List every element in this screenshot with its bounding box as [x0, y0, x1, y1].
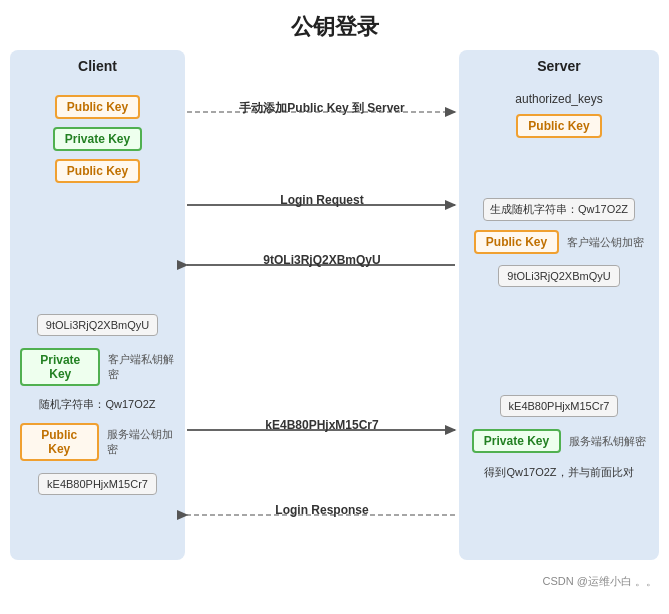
client-public-key-2: Public Key — [55, 159, 140, 183]
login-request-label: Login Request — [185, 190, 459, 208]
server-pubkey-encrypt-row: Public Key 客户端公钥加密 — [474, 227, 644, 257]
client-privkey-decrypt-row: Private Key 客户端私钥解密 — [20, 345, 175, 389]
server-compare-label: 得到Qw17O2Z，并与前面比对 — [484, 465, 633, 480]
server-encrypted-string2: kE4B80PHjxM15Cr7 — [500, 395, 619, 417]
client-public-key-3: Public Key — [20, 423, 99, 461]
client-decrypt-section: 9tOLi3RjQ2XBmQyU Private Key 客户端私钥解密 随机字… — [20, 311, 175, 498]
random-string-client: 随机字符串：Qw17O2Z — [39, 397, 155, 412]
step1-arrow-label: 手动添加Public Key 到 Server — [185, 98, 459, 117]
server-random-string: 生成随机字符串：Qw17O2Z — [483, 198, 635, 221]
client-content: Public Key Private Key Public Key — [20, 82, 175, 186]
client-panel: Client Public Key Private Key Public Key… — [10, 50, 185, 560]
server-panel-title: Server — [469, 58, 649, 74]
authorized-keys-label: authorized_keys — [515, 92, 602, 106]
arrows-svg — [185, 50, 459, 560]
client-encrypted-string2: kE4B80PHjxM15Cr7 — [38, 473, 157, 495]
client-panel-title: Client — [20, 58, 175, 74]
encrypted-string2-label: kE4B80PHjxM15Cr7 — [185, 415, 459, 433]
client-public-key-1: Public Key — [55, 95, 140, 119]
middle-area: 手动添加Public Key 到 Server Login Request 9t… — [185, 50, 459, 560]
server-privkey-decrypt-label: 服务端私钥解密 — [569, 434, 646, 449]
server-public-key-2: Public Key — [474, 230, 559, 254]
server-public-key-1: Public Key — [516, 114, 601, 138]
footer: CSDN @运维小白 。。 — [0, 570, 669, 593]
server-privkey-decrypt-row: Private Key 服务端私钥解密 — [472, 426, 646, 456]
server-private-key: Private Key — [472, 429, 561, 453]
client-pubkey-encrypt-label: 服务端公钥加密 — [107, 427, 175, 457]
page-title: 公钥登录 — [0, 0, 669, 50]
main-area: Client Public Key Private Key Public Key… — [0, 50, 669, 570]
server-panel: Server authorized_keys Public Key 生成随机字符… — [459, 50, 659, 560]
client-pubkey-encrypt-row: Public Key 服务端公钥加密 — [20, 420, 175, 464]
encrypted-string-label: 9tOLi3RjQ2XBmQyU — [185, 250, 459, 268]
server-encrypted-string: 9tOLi3RjQ2XBmQyU — [498, 265, 619, 287]
login-response-label: Login Response — [185, 500, 459, 518]
client-encrypted-string: 9tOLi3RjQ2XBmQyU — [37, 314, 158, 336]
server-content: authorized_keys Public Key 生成随机字符串：Qw17O… — [469, 82, 649, 480]
client-privkey-decrypt-label: 客户端私钥解密 — [108, 352, 175, 382]
client-private-key-2: Private Key — [20, 348, 100, 386]
client-private-key: Private Key — [53, 127, 142, 151]
server-pubkey-encrypt-label: 客户端公钥加密 — [567, 235, 644, 250]
server-decrypt-section: kE4B80PHjxM15Cr7 Private Key 服务端私钥解密 得到Q… — [472, 392, 646, 480]
